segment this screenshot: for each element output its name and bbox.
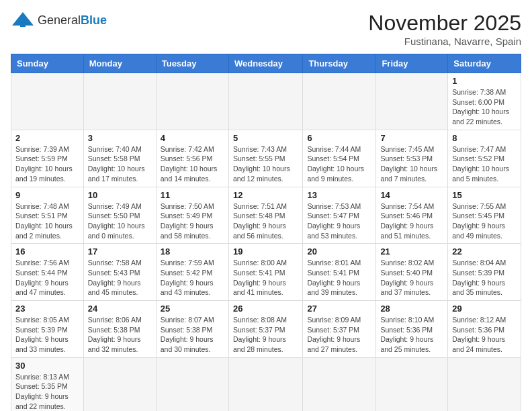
day-empty	[303, 73, 376, 130]
month-title: November 2025	[368, 11, 521, 36]
header-tuesday: Tuesday	[156, 54, 228, 73]
day-7: 7 Sunrise: 7:45 AMSunset: 5:53 PMDayligh…	[376, 130, 448, 187]
page-header: GeneralBlue November 2025 Fustinana, Nav…	[11, 11, 521, 47]
day-2: 2 Sunrise: 7:39 AMSunset: 5:59 PMDayligh…	[11, 130, 84, 187]
calendar: Sunday Monday Tuesday Wednesday Thursday…	[11, 54, 521, 411]
calendar-row-4: 16 Sunrise: 7:56 AMSunset: 5:44 PMDaylig…	[11, 244, 521, 301]
day-empty	[156, 357, 228, 411]
day-empty	[228, 73, 302, 130]
day-15: 15 Sunrise: 7:55 AMSunset: 5:45 PMDaylig…	[448, 187, 521, 244]
day-empty	[448, 357, 521, 411]
day-19: 19 Sunrise: 8:00 AMSunset: 5:41 PMDaylig…	[228, 244, 302, 301]
day-empty	[156, 73, 228, 130]
day-26: 26 Sunrise: 8:08 AMSunset: 5:37 PMDaylig…	[228, 301, 302, 358]
day-empty	[11, 73, 84, 130]
day-23: 23 Sunrise: 8:05 AMSunset: 5:39 PMDaylig…	[11, 301, 84, 358]
day-empty	[83, 357, 156, 411]
weekday-header-row: Sunday Monday Tuesday Wednesday Thursday…	[11, 54, 521, 73]
calendar-row-5: 23 Sunrise: 8:05 AMSunset: 5:39 PMDaylig…	[11, 301, 521, 358]
day-8: 8 Sunrise: 7:47 AMSunset: 5:52 PMDayligh…	[448, 130, 521, 187]
location: Fustinana, Navarre, Spain	[368, 36, 521, 47]
header-thursday: Thursday	[303, 54, 376, 73]
calendar-row-2: 2 Sunrise: 7:39 AMSunset: 5:59 PMDayligh…	[11, 130, 521, 187]
logo: GeneralBlue	[11, 11, 107, 30]
calendar-row-6: 30 Sunrise: 8:13 AMSunset: 5:35 PMDaylig…	[11, 357, 521, 411]
day-24: 24 Sunrise: 8:06 AMSunset: 5:38 PMDaylig…	[83, 301, 156, 358]
day-9: 9 Sunrise: 7:48 AMSunset: 5:51 PMDayligh…	[11, 187, 84, 244]
day-1: 1 Sunrise: 7:38 AM Sunset: 6:00 PM Dayli…	[448, 73, 521, 130]
day-4: 4 Sunrise: 7:42 AMSunset: 5:56 PMDayligh…	[156, 130, 228, 187]
day-empty	[376, 357, 448, 411]
day-empty	[83, 73, 156, 130]
day-29: 29 Sunrise: 8:12 AMSunset: 5:36 PMDaylig…	[448, 301, 521, 358]
calendar-row-3: 9 Sunrise: 7:48 AMSunset: 5:51 PMDayligh…	[11, 187, 521, 244]
day-16: 16 Sunrise: 7:56 AMSunset: 5:44 PMDaylig…	[11, 244, 84, 301]
day-14: 14 Sunrise: 7:54 AMSunset: 5:46 PMDaylig…	[376, 187, 448, 244]
day-22: 22 Sunrise: 8:04 AMSunset: 5:39 PMDaylig…	[448, 244, 521, 301]
day-27: 27 Sunrise: 8:09 AMSunset: 5:37 PMDaylig…	[303, 301, 376, 358]
day-empty	[303, 357, 376, 411]
svg-rect-1	[20, 20, 26, 27]
day-6: 6 Sunrise: 7:44 AMSunset: 5:54 PMDayligh…	[303, 130, 376, 187]
header-saturday: Saturday	[448, 54, 521, 73]
logo-text: GeneralBlue	[38, 13, 107, 28]
day-empty	[228, 357, 302, 411]
logo-icon	[11, 11, 35, 30]
header-sunday: Sunday	[11, 54, 84, 73]
day-11: 11 Sunrise: 7:50 AMSunset: 5:49 PMDaylig…	[156, 187, 228, 244]
day-28: 28 Sunrise: 8:10 AMSunset: 5:36 PMDaylig…	[376, 301, 448, 358]
title-area: November 2025 Fustinana, Navarre, Spain	[368, 11, 521, 47]
day-25: 25 Sunrise: 8:07 AMSunset: 5:38 PMDaylig…	[156, 301, 228, 358]
day-13: 13 Sunrise: 7:53 AMSunset: 5:47 PMDaylig…	[303, 187, 376, 244]
day-12: 12 Sunrise: 7:51 AMSunset: 5:48 PMDaylig…	[228, 187, 302, 244]
header-monday: Monday	[83, 54, 156, 73]
header-friday: Friday	[376, 54, 448, 73]
day-5: 5 Sunrise: 7:43 AMSunset: 5:55 PMDayligh…	[228, 130, 302, 187]
day-3: 3 Sunrise: 7:40 AMSunset: 5:58 PMDayligh…	[83, 130, 156, 187]
calendar-row-1: 1 Sunrise: 7:38 AM Sunset: 6:00 PM Dayli…	[11, 73, 521, 130]
day-20: 20 Sunrise: 8:01 AMSunset: 5:41 PMDaylig…	[303, 244, 376, 301]
day-21: 21 Sunrise: 8:02 AMSunset: 5:40 PMDaylig…	[376, 244, 448, 301]
day-18: 18 Sunrise: 7:59 AMSunset: 5:42 PMDaylig…	[156, 244, 228, 301]
day-empty	[376, 73, 448, 130]
day-10: 10 Sunrise: 7:49 AMSunset: 5:50 PMDaylig…	[83, 187, 156, 244]
day-30: 30 Sunrise: 8:13 AMSunset: 5:35 PMDaylig…	[11, 357, 84, 411]
header-wednesday: Wednesday	[228, 54, 302, 73]
day-17: 17 Sunrise: 7:58 AMSunset: 5:43 PMDaylig…	[83, 244, 156, 301]
